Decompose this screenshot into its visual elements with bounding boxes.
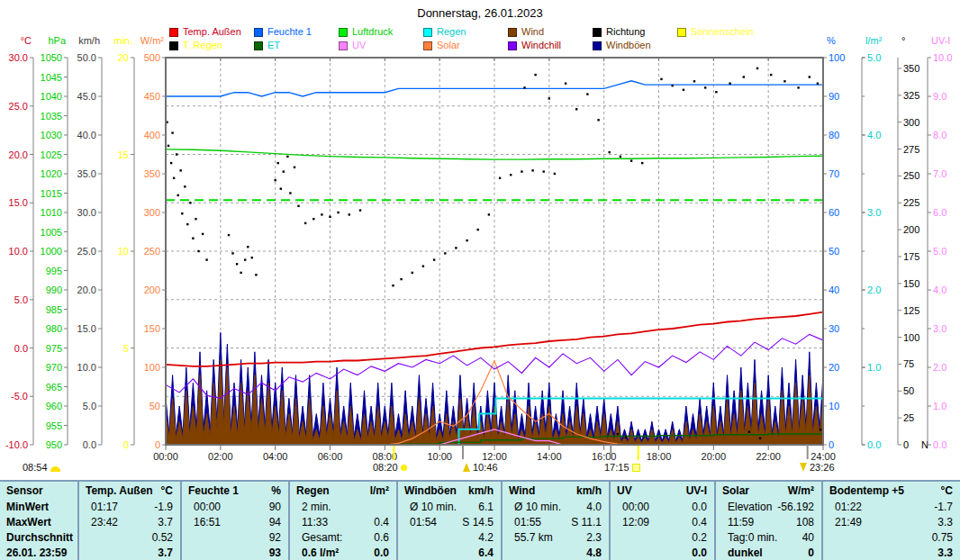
stats-cell-value: 0.2 xyxy=(692,530,707,546)
stats-cell-value: 3.7 xyxy=(158,546,173,560)
series-richtung xyxy=(166,68,821,439)
axis-tick-label: 1000 xyxy=(41,246,62,257)
axis-unit-label: km/h xyxy=(78,35,100,46)
axis-tick-label: 965 xyxy=(46,382,62,393)
axis-tick-label: 975 xyxy=(46,343,62,354)
axis-tick-label: 30.0 xyxy=(9,52,28,63)
stats-cell: 23:423.7 xyxy=(79,515,180,530)
stats-col-unit: % xyxy=(271,483,281,500)
axis-tick-label: 15.0 xyxy=(77,323,96,334)
stats-cell: 21:493.3 xyxy=(823,515,960,530)
axis-tick-label: 1015 xyxy=(41,188,62,199)
stats-col-unit: km/h xyxy=(468,483,494,500)
stats-cell: 11:330.4 xyxy=(290,515,396,530)
stats-cell-label: 12:09 xyxy=(617,515,649,530)
stats-col-name: Feuchte 1 xyxy=(188,483,239,500)
stats-cell-label: 16:51 xyxy=(188,515,221,530)
stats-label-text: Sensor xyxy=(6,483,43,500)
axis-tick-label: 5.0 xyxy=(14,294,28,305)
stats-cell: 6.4 xyxy=(398,546,501,560)
axis-tick-label: 90 xyxy=(829,91,839,102)
axis-tick-label: 0 xyxy=(155,439,160,450)
sun-time-annotation: 08:54 xyxy=(23,460,60,474)
stats-cell-label: 0.6 l/m² xyxy=(296,546,339,560)
stats-cell-value: 2.3 xyxy=(586,530,602,546)
stats-cell-value: 40 xyxy=(802,530,814,546)
stats-col-unit: km/h xyxy=(576,483,602,500)
stats-cell: Gesamt:0.6 xyxy=(290,530,396,546)
stats-cell-label xyxy=(404,530,410,546)
stats-col-unit: W/m² xyxy=(788,483,814,500)
stats-cell-value: 0.75 xyxy=(932,530,953,546)
series-feuchte-1 xyxy=(166,81,823,96)
axis-tick-label: 1.0 xyxy=(933,401,946,411)
stats-cell-label xyxy=(86,530,91,546)
stats-cell-value: 0.52 xyxy=(152,530,173,546)
axis-tick-label: 0.0 xyxy=(867,439,881,450)
stats-cell-value: 0.0 xyxy=(374,546,389,560)
stats-col-feuchte-1: Feuchte 1%00:009016:51949293 xyxy=(180,482,288,560)
axis-tick-label: 5.0 xyxy=(933,246,946,257)
axis-min: 05101520min. xyxy=(113,35,134,450)
stats-col-name: Windböen xyxy=(404,483,457,500)
axis-tick-label: 985 xyxy=(46,304,62,315)
stats-row-label: MinWert xyxy=(0,500,77,515)
axis-tick-label: 250 xyxy=(903,170,919,181)
sun-time-label: 08:20 xyxy=(373,462,398,473)
stats-col-solar: SolarW/m²Elevation-56.19211:59108Tag:0 m… xyxy=(714,482,821,560)
axis-tick-label: 990 xyxy=(46,285,62,295)
axis-tick-label: 0 xyxy=(903,439,909,450)
axis-temp: -10.0-5.00.05.010.015.020.025.030.0°C xyxy=(5,35,33,450)
axis-tick-label: 60 xyxy=(829,207,839,218)
axis-tick-label: 25 xyxy=(903,412,914,423)
axis-tick-label: 80 xyxy=(829,130,839,140)
axis-tick-label: 6.0 xyxy=(933,207,946,218)
axis-unit-label: W/m² xyxy=(140,35,165,46)
axis-tick-label: 4.0 xyxy=(867,130,881,140)
axis-tick-label: 25.0 xyxy=(77,246,96,257)
axis-pct: 0102030405060708090100% xyxy=(823,35,845,450)
stats-col-temp-aussen: Temp. Außen°C01:17-1.923:423.70.523.7 xyxy=(77,482,180,560)
axis-tick-label: 5.0 xyxy=(867,52,881,63)
moonset-arrow-icon xyxy=(800,463,807,472)
axis-unit-label: ° xyxy=(901,35,905,46)
axis-tick-label: 20.0 xyxy=(9,149,28,160)
axis-tick-label: 40.0 xyxy=(77,130,96,140)
sun-time-label: 23:26 xyxy=(810,462,835,473)
axis-tick-label: 10.0 xyxy=(933,52,952,63)
axis-tick-label: 20 xyxy=(118,52,129,63)
axis-wm2: 050100150200250300350400450500W/m² xyxy=(140,35,166,450)
stats-col-wind: Windkm/hØ 10 min.4.001:55S 11.155.7 km2.… xyxy=(501,482,609,560)
stats-cell-label xyxy=(829,530,835,546)
stats-cell: 0.75 xyxy=(823,530,960,546)
axis-tick-label: 8.0 xyxy=(933,130,946,140)
stats-cell: 55.7 km2.3 xyxy=(503,530,609,546)
axis-tick-label: 10 xyxy=(118,246,129,257)
stats-col-name: Solar xyxy=(722,483,749,500)
stats-cell: 0.2 xyxy=(611,530,714,546)
stats-cell: 92 xyxy=(182,530,288,546)
axis-tick-label: 300 xyxy=(903,117,919,128)
stats-header-cell: SolarW/m² xyxy=(716,483,821,500)
stats-cell-label: Ø 10 min. xyxy=(509,500,561,515)
axis-uvi: 0.01.02.03.04.05.06.07.08.09.010.0UV-I xyxy=(928,35,952,450)
stats-cell-label: 55.7 km xyxy=(509,530,553,546)
stats-cell: 01:17-1.9 xyxy=(79,500,180,515)
stats-cell-value: 6.1 xyxy=(478,500,494,515)
axis-tick-label: 15.0 xyxy=(9,197,28,208)
axis-tick-label: 9.0 xyxy=(933,91,946,102)
stats-cell: 0.0 xyxy=(611,546,714,560)
stats-col-name: Regen xyxy=(296,483,330,500)
axis-tick-label: 70 xyxy=(829,168,839,179)
axis-tick-label: 3.0 xyxy=(933,323,946,334)
axis-tick-label: 1025 xyxy=(41,149,62,160)
axis-tick-label: -10.0 xyxy=(5,439,28,450)
sun-moon-times: 08:5408:2010:4617:1523:26 xyxy=(0,460,960,476)
axis-tick-label: 500 xyxy=(144,52,160,63)
stats-col-unit: UV-I xyxy=(686,483,707,500)
axis-unit-label: °C xyxy=(21,35,32,46)
stats-cell-value: 3.3 xyxy=(937,546,953,560)
stats-cell: 4.2 xyxy=(398,530,501,546)
sun-time-annotation: 10:46 xyxy=(463,460,498,474)
axis-tick-label: 100 xyxy=(144,362,160,373)
